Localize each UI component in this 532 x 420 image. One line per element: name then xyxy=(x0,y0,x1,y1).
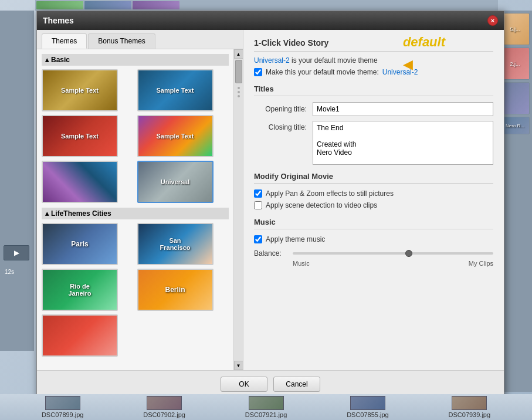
basic-grid: Sample Text Sample Text Sample Text Samp… xyxy=(42,69,229,203)
theme-colorful-label: Sample Text xyxy=(157,133,194,140)
filename-5[interactable]: DSC07939.jpg xyxy=(419,396,520,418)
default-theme-text: Universal-2 is your default movie theme xyxy=(254,56,493,65)
top-thumbnails xyxy=(35,0,498,11)
theme-list: ▴ Basic Sample Text Sample Text Sample T… xyxy=(37,49,233,370)
bottom-filenames-bar: DSC07899.jpg DSC07902.jpg DSC07921.jpg D… xyxy=(0,394,532,420)
pan-zoom-row: Apply Pan & Zoom effects to still pictur… xyxy=(254,189,493,198)
left-strip: ▶ 12s xyxy=(0,11,34,351)
default-theme-link[interactable]: Universal-2 xyxy=(254,56,290,65)
side-thumb-2: 2.j... xyxy=(500,48,530,80)
pan-zoom-label: Apply Pan & Zoom effects to still pictur… xyxy=(266,189,394,198)
dialog-footer: OK Cancel xyxy=(37,370,504,398)
balance-label: Balance: xyxy=(254,249,288,258)
balance-row: Balance: xyxy=(254,249,493,258)
tab-themes[interactable]: Themes xyxy=(42,33,87,49)
title-bar: Themes × xyxy=(37,11,504,30)
theme-blue[interactable]: Sample Text xyxy=(137,69,214,111)
theme-paris[interactable]: Paris xyxy=(42,223,118,265)
tabs-bar: Themes Bonus Themes xyxy=(37,30,243,49)
category-lifethemes: ▴ LifeThemes Cities xyxy=(42,208,229,219)
play-button[interactable]: ▶ xyxy=(4,245,29,260)
tab-bonus-themes[interactable]: Bonus Themes xyxy=(88,33,155,49)
theme-red2[interactable] xyxy=(42,314,118,357)
scene-detect-checkbox[interactable] xyxy=(254,201,262,209)
left-panel: Themes Bonus Themes ▴ Basic Sample Text xyxy=(37,30,243,370)
theme-list-container: ▴ Basic Sample Text Sample Text Sample T… xyxy=(37,49,243,370)
category-lifethemes-label: LifeThemes Cities xyxy=(51,209,111,218)
category-basic-label: Basic xyxy=(51,56,70,64)
collapse-icon-basic: ▴ xyxy=(45,56,49,64)
scroll-dots xyxy=(238,87,240,97)
theme-universal[interactable]: Universal xyxy=(137,161,214,203)
theme-purple[interactable] xyxy=(42,161,118,203)
dialog-body: Themes Bonus Themes ▴ Basic Sample Text xyxy=(37,30,504,370)
scroll-thumb[interactable] xyxy=(235,60,242,83)
side-thumb-nero: Nero R... xyxy=(500,117,530,134)
filename-4[interactable]: DSC07855.jpg xyxy=(317,396,418,418)
theme-berlin[interactable]: Berlin xyxy=(137,269,214,311)
cities-grid: Paris SanFrancisco Rio deJaneiro Berlin xyxy=(42,223,229,357)
filename-3[interactable]: DSC07921.jpg xyxy=(215,396,317,418)
close-button[interactable]: × xyxy=(487,15,498,26)
theme-sf[interactable]: SanFrancisco xyxy=(137,223,214,265)
closing-title-textarea[interactable]: The End Created with Nero Video xyxy=(313,121,493,165)
apply-music-row: Apply theme music xyxy=(254,235,493,243)
apply-music-label: Apply theme music xyxy=(266,235,325,243)
default-badge: default xyxy=(403,35,445,50)
collapse-icon-life: ▴ xyxy=(45,209,49,218)
balance-right-label: My Clips xyxy=(469,260,493,267)
apply-music-checkbox[interactable] xyxy=(254,235,262,243)
default-theme-suffix: is your default movie theme xyxy=(292,56,378,65)
side-thumb-3 xyxy=(500,82,530,114)
closing-title-row: Closing title: The End Created with Nero… xyxy=(254,121,493,165)
side-thumb-1: 5.j... xyxy=(500,13,530,45)
theme-berlin-label: Berlin xyxy=(165,286,185,294)
theme-universal-label: Universal xyxy=(161,178,190,185)
theme-rio[interactable]: Rio deJaneiro xyxy=(42,269,118,311)
theme-gold[interactable]: Sample Text xyxy=(42,69,118,111)
closing-title-label: Closing title: xyxy=(254,121,307,131)
scene-detect-row: Apply scene detection to video clips xyxy=(254,201,493,209)
right-panel: default ◀ 1-Click Video Story Universal-… xyxy=(243,30,504,370)
slider-thumb[interactable] xyxy=(405,250,412,257)
theme-red[interactable]: Sample Text xyxy=(42,115,118,157)
titles-section-header: Titles xyxy=(254,84,493,96)
filename-1[interactable]: DSC07899.jpg xyxy=(12,396,113,418)
filename-2[interactable]: DSC07902.jpg xyxy=(113,396,215,418)
cancel-button[interactable]: Cancel xyxy=(273,377,320,392)
balance-slider-track[interactable] xyxy=(293,252,493,255)
theme-blue-label: Sample Text xyxy=(157,87,194,94)
scrollbar[interactable]: ▲ ▼ xyxy=(233,49,243,370)
category-basic: ▴ Basic xyxy=(42,54,229,66)
themes-dialog: Themes × Themes Bonus Themes ▴ Basic xyxy=(36,11,504,398)
theme-colorful[interactable]: Sample Text xyxy=(137,115,214,157)
scroll-down-btn[interactable]: ▼ xyxy=(234,361,243,370)
pan-zoom-checkbox[interactable] xyxy=(254,189,262,198)
opening-title-row: Opening title: xyxy=(254,102,493,116)
theme-gold-label: Sample Text xyxy=(61,87,99,94)
arrow-indicator: ◀ xyxy=(403,57,413,72)
balance-left-label: Music xyxy=(293,260,310,267)
default-checkbox-label: Make this your default movie theme: xyxy=(266,68,379,76)
timeline-marker: 12s xyxy=(5,269,14,275)
default-checkbox[interactable] xyxy=(254,68,262,76)
dialog-title: Themes xyxy=(43,16,74,25)
opening-title-label: Opening title: xyxy=(254,105,307,113)
scene-detect-label: Apply scene detection to video clips xyxy=(266,201,377,209)
default-checkbox-row: Make this your default movie theme: Univ… xyxy=(254,68,493,76)
section-1click-title: 1-Click Video Story xyxy=(254,38,493,52)
opening-title-input[interactable] xyxy=(313,102,493,116)
theme-red-label: Sample Text xyxy=(61,133,99,140)
balance-ends: Music My Clips xyxy=(254,260,493,267)
ok-button[interactable]: OK xyxy=(221,377,267,392)
theme-paris-label: Paris xyxy=(71,240,88,248)
modify-section-header: Modify Original Movie xyxy=(254,172,493,184)
theme-rio-label: Rio deJaneiro xyxy=(68,283,91,297)
music-section-header: Music xyxy=(254,218,493,229)
scroll-up-btn[interactable]: ▲ xyxy=(234,49,243,59)
theme-sf-label: SanFrancisco xyxy=(160,237,191,251)
